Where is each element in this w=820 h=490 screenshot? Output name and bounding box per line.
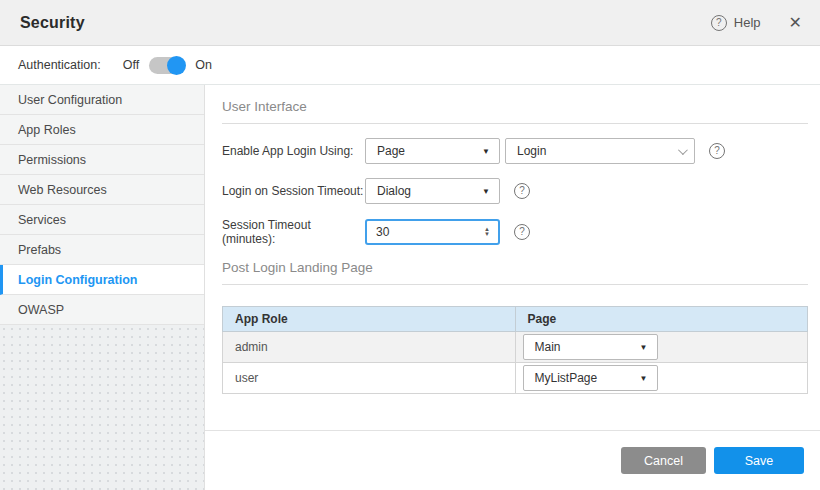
table-header-row: App Role Page: [223, 307, 808, 332]
help-icon[interactable]: ?: [709, 143, 725, 159]
enable-app-login-label: Enable App Login Using:: [222, 144, 365, 158]
login-configuration-panel: User Interface Enable App Login Using: P…: [205, 85, 820, 430]
toggle-knob-icon: [167, 56, 186, 75]
authentication-row: Authentication: Off On: [0, 46, 820, 85]
section-divider: [222, 284, 808, 285]
save-button[interactable]: Save: [714, 447, 804, 474]
enable-app-login-value: Page: [377, 144, 405, 158]
login-page-value: Login: [517, 144, 546, 158]
login-on-timeout-select[interactable]: Dialog ▼: [365, 178, 500, 204]
close-icon[interactable]: ✕: [789, 15, 802, 31]
authentication-toggle[interactable]: [149, 57, 185, 74]
app-role-cell: user: [223, 363, 516, 394]
admin-page-value: Main: [535, 340, 561, 354]
sidebar-item-login-configuration[interactable]: Login Configuration: [0, 265, 204, 295]
dialog-body: User Configuration App Roles Permissions…: [0, 85, 820, 490]
post-login-section-title: Post Login Landing Page: [222, 260, 808, 275]
enable-app-login-row: Enable App Login Using: Page ▼ Login ?: [222, 138, 808, 164]
help-button[interactable]: ? Help: [711, 15, 761, 31]
help-icon: ?: [711, 15, 727, 31]
help-icon[interactable]: ?: [514, 224, 530, 240]
admin-page-select[interactable]: Main ▼: [523, 334, 658, 360]
session-timeout-input[interactable]: [376, 225, 456, 239]
table-row: user MyListPage ▼: [223, 363, 808, 394]
sidebar-item-services[interactable]: Services: [0, 205, 204, 235]
session-timeout-row: Session Timeout (minutes): ▲ ▼ ?: [222, 218, 808, 246]
user-page-select[interactable]: MyListPage ▼: [523, 365, 658, 391]
user-interface-section-title: User Interface: [222, 99, 808, 114]
sidebar-dotted-canvas: [0, 325, 204, 490]
dropdown-arrow-icon: ▼: [640, 374, 648, 383]
enable-app-login-select[interactable]: Page ▼: [365, 138, 500, 164]
session-timeout-label: Session Timeout (minutes):: [222, 218, 365, 246]
sidebar-item-owasp[interactable]: OWASP: [0, 295, 204, 325]
toggle-off-label: Off: [123, 58, 139, 72]
sidebar-item-app-roles[interactable]: App Roles: [0, 115, 204, 145]
page-title: Security: [20, 14, 85, 32]
authentication-label: Authentication:: [18, 58, 101, 72]
sidebar-item-permissions[interactable]: Permissions: [0, 145, 204, 175]
column-header-app-role: App Role: [223, 307, 516, 332]
number-spinner[interactable]: ▲ ▼: [484, 227, 490, 237]
dropdown-arrow-icon: ▼: [482, 147, 490, 156]
toggle-on-label: On: [195, 58, 212, 72]
login-page-select[interactable]: Login: [505, 138, 695, 164]
table-row: admin Main ▼: [223, 332, 808, 363]
cancel-button[interactable]: Cancel: [621, 447, 706, 474]
sidebar-item-prefabs[interactable]: Prefabs: [0, 235, 204, 265]
column-header-page: Page: [515, 307, 808, 332]
titlebar: Security ? Help ✕: [0, 0, 820, 46]
login-on-timeout-label: Login on Session Timeout:: [222, 184, 365, 198]
dropdown-arrow-icon: ▼: [640, 343, 648, 352]
user-page-value: MyListPage: [535, 371, 598, 385]
section-divider: [222, 123, 808, 124]
login-on-timeout-row: Login on Session Timeout: Dialog ▼ ?: [222, 178, 808, 204]
sidebar-item-web-resources[interactable]: Web Resources: [0, 175, 204, 205]
help-icon[interactable]: ?: [514, 183, 530, 199]
landing-page-table: App Role Page admin Main ▼: [222, 306, 808, 394]
login-on-timeout-value: Dialog: [377, 184, 411, 198]
help-label: Help: [734, 15, 761, 30]
chevron-down-icon: [678, 145, 688, 155]
app-role-cell: admin: [223, 332, 516, 363]
spinner-down-icon: ▼: [484, 232, 490, 237]
main-content: User Interface Enable App Login Using: P…: [205, 85, 820, 490]
security-dialog: Security ? Help ✕ Authentication: Off On…: [0, 0, 820, 490]
dropdown-arrow-icon: ▼: [482, 187, 490, 196]
session-timeout-input-wrap: ▲ ▼: [365, 219, 500, 245]
sidebar-item-user-configuration[interactable]: User Configuration: [0, 85, 204, 115]
footer-actions: Cancel Save: [205, 430, 820, 490]
sidebar: User Configuration App Roles Permissions…: [0, 85, 205, 490]
